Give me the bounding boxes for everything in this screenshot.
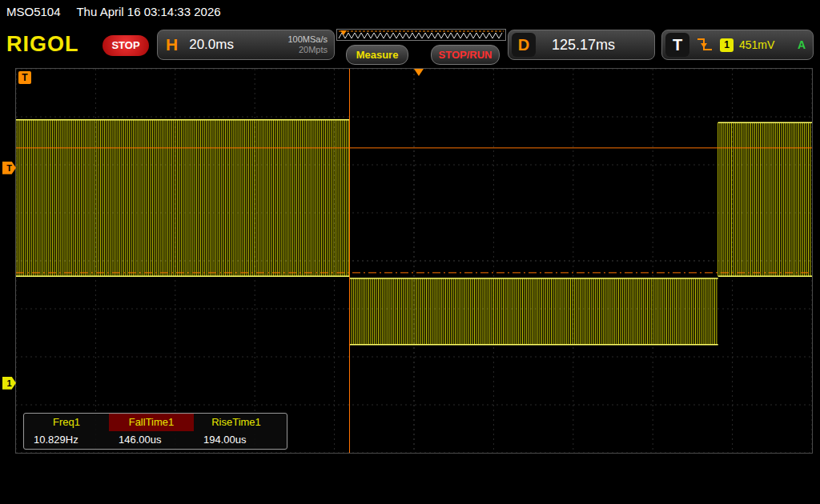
measurement-value-freq1: 10.829Hz bbox=[24, 431, 109, 449]
stop-run-button[interactable]: STOP/RUN bbox=[431, 45, 500, 65]
datetime: Thu April 16 03:14:33 2026 bbox=[76, 5, 220, 18]
trigger-level-value: 451mV bbox=[739, 38, 774, 51]
measurement-value-falltime1: 146.00us bbox=[109, 431, 194, 449]
waveform-position-bar[interactable] bbox=[336, 29, 506, 41]
delay-settings-box[interactable]: D 125.17ms bbox=[508, 30, 655, 60]
memory-depth: 20Mpts bbox=[299, 45, 328, 54]
trigger-settings-box[interactable]: T 1 451mV A bbox=[661, 30, 814, 60]
measurement-label-risetime1: RiseTime1 bbox=[194, 414, 279, 431]
delay-value: 125.17ms bbox=[552, 37, 615, 54]
memory-preview-icon bbox=[337, 30, 505, 41]
trigger-source-badge: 1 bbox=[720, 38, 734, 52]
header-bar: RIGOL STOP H 20.0ms 100MSa/s 20Mpts Meas… bbox=[0, 24, 820, 66]
rigol-logo: RIGOL bbox=[6, 32, 79, 57]
falling-edge-trigger-icon bbox=[696, 37, 713, 53]
timebase-value: 20.0ms bbox=[189, 37, 234, 53]
horizontal-settings-box[interactable]: H 20.0ms 100MSa/s 20Mpts bbox=[157, 30, 335, 60]
measurement-label-falltime1: FallTime1 bbox=[109, 414, 194, 431]
sample-rate: 100MSa/s bbox=[287, 34, 328, 44]
measurement-results-panel[interactable]: Freq1 FallTime1 RiseTime1 10.829Hz 146.0… bbox=[23, 413, 287, 450]
top-info-bar: MSO5104 Thu April 16 03:14:33 2026 bbox=[0, 0, 820, 24]
sample-rate-block: 100MSa/s 20Mpts bbox=[287, 34, 328, 55]
measurement-label-freq1: Freq1 bbox=[24, 414, 109, 431]
trigger-corner-label: T bbox=[18, 71, 31, 84]
acquisition-status-badge: STOP bbox=[102, 35, 149, 56]
d-label: D bbox=[512, 33, 536, 57]
channel1-ground-marker[interactable]: 1 bbox=[2, 377, 16, 390]
t-label: T bbox=[665, 33, 689, 57]
h-label: H bbox=[166, 35, 178, 54]
model-name: MSO5104 bbox=[6, 5, 61, 18]
waveform-plot bbox=[16, 69, 812, 453]
measure-button[interactable]: Measure bbox=[346, 45, 408, 65]
trigger-sweep-mode: A bbox=[798, 38, 806, 51]
trigger-level-marker[interactable]: T bbox=[2, 162, 16, 174]
waveform-display: T T 1 Freq1 FallTime1 RiseTime1 10.829Hz… bbox=[15, 68, 813, 454]
bottom-bar: 1 100mV -256mV 2 100mV 0.00V 3 100mV 0.0… bbox=[0, 461, 820, 504]
measurement-value-risetime1: 194.00us bbox=[194, 431, 279, 449]
